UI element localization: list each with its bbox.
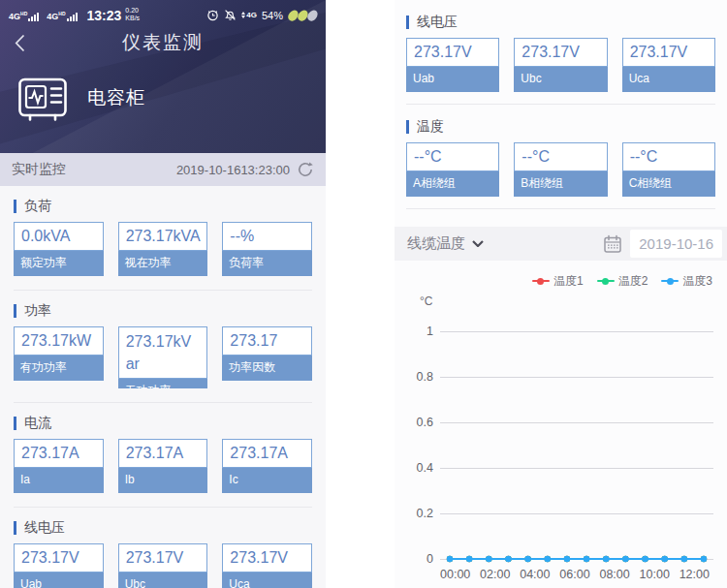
metric-card: 273.17V Uca (222, 543, 312, 588)
chevron-down-icon (472, 240, 484, 247)
title-accent-bar (406, 120, 409, 134)
section-power: 功率 273.17kW 有功功率 273.17kVar 无功功率 273.17 … (14, 302, 312, 403)
legend-label: 温度3 (682, 273, 712, 290)
metric-label: 无功功率 (118, 379, 208, 388)
mobile-data-4g-icon: 4G (241, 11, 257, 19)
metric-value: 273.17kVar (118, 326, 208, 379)
metric-label: Ia (14, 468, 104, 493)
metric-label: B相绕组 (514, 171, 607, 197)
x-tick: 06:00 (559, 568, 589, 581)
legend-label: 温度1 (553, 273, 584, 290)
metric-label: Ubc (514, 67, 607, 92)
metric-value: 273.17A (222, 439, 312, 468)
battery-icon (289, 10, 317, 21)
metric-label: Uab (406, 67, 499, 92)
x-tick: 10:00 (640, 568, 670, 581)
divider (14, 290, 312, 291)
section-title: 线电压 (406, 14, 715, 31)
legend-item[interactable]: 温度2 (597, 273, 648, 290)
metric-card: 273.17kW 有功功率 (14, 326, 104, 381)
divider (406, 104, 715, 105)
metric-card: --°C C相绕组 (622, 142, 715, 197)
metric-label: C相绕组 (622, 171, 715, 197)
sim2-network-label: 4G (47, 12, 58, 21)
y-tick: 0.4 (406, 461, 433, 475)
status-bar: 4GHD 4GHD 13:23 0.20 KB/s (0, 0, 326, 25)
x-tick: 08:00 (599, 568, 629, 581)
calendar-button[interactable] (603, 234, 622, 254)
metric-value: --% (222, 222, 312, 251)
metric-label: Uca (622, 67, 715, 92)
section-title: 功率 (14, 302, 312, 320)
section-title-text: 温度 (417, 118, 444, 136)
date-picker[interactable]: 2019-10-16 (630, 230, 722, 258)
alarm-clock-icon (206, 9, 219, 21)
metric-label: Uca (222, 573, 312, 588)
metric-card: 273.17A Ic (222, 439, 312, 493)
x-axis-labels: 00:00 02:00 04:00 06:00 08:00 10:00 12:0… (440, 568, 710, 581)
monitor-timestamp: 2019-10-1613:23:00 (176, 163, 290, 177)
refresh-icon (297, 161, 314, 178)
metric-card: 273.17V Ubc (514, 38, 607, 92)
metric-card: 273.17kVA 视在功率 (118, 222, 208, 276)
title-accent-bar (14, 417, 16, 430)
sim1-network-label: 4G (9, 12, 20, 21)
legend-item[interactable]: 温度3 (661, 273, 712, 290)
title-accent-bar (14, 200, 16, 213)
x-tick: 12:00 (680, 568, 710, 581)
metric-label: Ic (222, 468, 312, 493)
network-speed: 0.20 KB/s (125, 7, 140, 21)
legend-marker (532, 280, 550, 282)
metric-value: 273.17kVA (118, 222, 208, 251)
metric-label: 额定功率 (14, 251, 104, 276)
y-tick: 0 (406, 552, 433, 566)
card-row: 273.17V Uab 273.17V Ubc 273.17V Uca (406, 38, 715, 92)
card-row: --°C A相绕组 --°C B相绕组 --°C C相绕组 (406, 142, 715, 197)
metric-label: Ib (118, 468, 208, 493)
metric-label: 视在功率 (118, 251, 208, 276)
title-accent-bar (14, 304, 16, 318)
sim2-network-sup: HD (58, 11, 65, 16)
realtime-monitor-bar: 实时监控 2019-10-1613:23:00 (0, 153, 326, 186)
metric-card: 273.17V Uab (406, 38, 499, 92)
metric-selector[interactable]: 线缆温度 (407, 234, 484, 253)
battery-percent: 54% (262, 10, 283, 21)
nav-bar: 仪表监测 (0, 25, 326, 60)
metric-label: Uab (14, 573, 104, 588)
card-row: 0.0kVA 额定功率 273.17kVA 视在功率 --% 负荷率 (14, 222, 312, 276)
metric-card: --°C B相绕组 (514, 142, 607, 197)
title-accent-bar (406, 15, 409, 29)
divider (14, 507, 312, 508)
metric-value: 273.17A (14, 439, 104, 468)
legend-marker (597, 280, 615, 282)
y-tick: 0.8 (406, 370, 433, 384)
metric-label: A相绕组 (406, 171, 499, 197)
divider (406, 208, 715, 209)
metric-value: --°C (622, 142, 715, 171)
temperature-line-chart: °C 1 0.8 0.6 0.4 0.2 0 00:00 02:00 04:00… (406, 294, 715, 584)
metric-value: 273.17V (406, 38, 499, 67)
metric-card: 273.17V Uab (14, 543, 104, 588)
card-row: 273.17kW 有功功率 273.17kVar 无功功率 273.17 功率因… (14, 326, 312, 388)
y-tick: 1 (406, 325, 433, 338)
section-load: 负荷 0.0kVA 额定功率 273.17kVA 视在功率 --% 负荷率 (14, 198, 312, 291)
metric-value: 273.17 (222, 326, 312, 356)
signal-sim2-icon: 4GHD (47, 10, 78, 21)
page-title: 仪表监测 (0, 30, 326, 55)
card-row: 273.17A Ia 273.17A Ib 273.17A Ic (14, 439, 312, 493)
section-title: 负荷 (14, 198, 312, 215)
metric-card: --% 负荷率 (222, 222, 312, 276)
phone-screen-right: 线电压 273.17V Uab 273.17V Ubc 273.17V Uca … (395, 0, 727, 588)
legend-item[interactable]: 温度1 (532, 273, 584, 290)
signal-sim1-icon: 4GHD (9, 10, 40, 21)
section-temperature: 温度 --°C A相绕组 --°C B相绕组 --°C C相绕组 (406, 118, 715, 209)
mobile-data-label: 4G (246, 11, 257, 19)
device-row: 电容柜 (0, 60, 326, 125)
device-name: 电容柜 (87, 85, 145, 110)
metric-card: 273.17kVar 无功功率 (118, 326, 208, 388)
x-tick: 02:00 (480, 568, 510, 581)
metric-value: 273.17kW (14, 326, 104, 356)
refresh-button[interactable] (297, 161, 314, 178)
notifications-off-icon (224, 9, 237, 21)
legend-marker (661, 280, 679, 282)
